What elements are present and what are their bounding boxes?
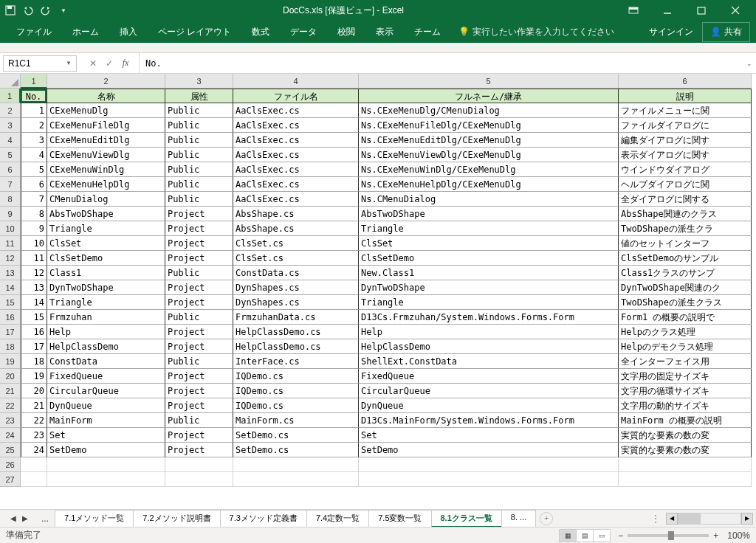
- cell[interactable]: 文字用の固定サイズキ: [619, 369, 752, 384]
- cell[interactable]: [359, 472, 619, 487]
- cell[interactable]: Public: [165, 162, 233, 177]
- header-cell[interactable]: No.: [21, 89, 47, 103]
- cell[interactable]: Project: [165, 251, 233, 266]
- cell[interactable]: Public: [165, 310, 233, 325]
- scroll-right-icon[interactable]: ▶: [741, 513, 753, 525]
- cell[interactable]: CExeMenuFileDlg: [47, 118, 165, 133]
- header-cell[interactable]: 名称: [47, 89, 165, 103]
- cell[interactable]: AbsShape.cs: [233, 207, 359, 221]
- cell[interactable]: DynTwoDShape: [359, 280, 619, 295]
- row-header[interactable]: 21: [0, 384, 21, 398]
- tab-file[interactable]: ファイル: [6, 21, 62, 43]
- cell[interactable]: IQDemo.cs: [233, 398, 359, 413]
- cell[interactable]: DynTwoDShape関連のク: [619, 280, 752, 295]
- cell[interactable]: MainForm: [47, 413, 165, 428]
- qat-dropdown-icon[interactable]: ▼: [58, 4, 69, 16]
- cell[interactable]: ShellExt.ConstData: [359, 354, 619, 369]
- cell[interactable]: ClsSetDemoのサンプル: [619, 251, 752, 266]
- cell[interactable]: Ns.CExeMenuFileDlg/CExeMenuDlg: [359, 118, 619, 133]
- cell[interactable]: 20: [21, 384, 47, 398]
- cell[interactable]: 23: [21, 428, 47, 443]
- row-header[interactable]: 24: [0, 428, 21, 443]
- cell[interactable]: 15: [21, 310, 47, 325]
- cell[interactable]: 文字用の動的サイズキ: [619, 398, 752, 413]
- cell[interactable]: Public: [165, 266, 233, 280]
- sheet-tab[interactable]: 8.1クラス一覧: [431, 510, 502, 528]
- row-header[interactable]: 17: [0, 325, 21, 339]
- cell[interactable]: ClsSet.cs: [233, 251, 359, 266]
- formula-input[interactable]: No.: [140, 56, 743, 71]
- tab-split-handle[interactable]: ⋮: [648, 513, 663, 524]
- cell[interactable]: Ns.CExeMenuHelpDlg/CExeMenuDlg: [359, 177, 619, 192]
- cell[interactable]: SetDemo.cs: [233, 428, 359, 443]
- cell[interactable]: DynShapes.cs: [233, 280, 359, 295]
- cell[interactable]: ClsSetDemo: [359, 251, 619, 266]
- row-header[interactable]: 27: [0, 472, 21, 487]
- sheet-tab[interactable]: 7.2メソッド説明書: [133, 510, 220, 528]
- cell[interactable]: Project: [165, 428, 233, 443]
- cell[interactable]: DynQueue: [47, 398, 165, 413]
- cell[interactable]: MainForm の概要の説明: [619, 413, 752, 428]
- cell[interactable]: 表示ダイアログに関す: [619, 148, 752, 162]
- cell[interactable]: ConstData: [47, 354, 165, 369]
- tab-nav-next-icon[interactable]: ▶: [19, 514, 31, 522]
- row-header[interactable]: 19: [0, 354, 21, 369]
- col-header[interactable]: 1: [21, 74, 47, 89]
- cell[interactable]: Public: [165, 103, 233, 118]
- row-header[interactable]: 12: [0, 251, 21, 266]
- row-header[interactable]: 18: [0, 339, 21, 354]
- cell[interactable]: HelpClassDemo.cs: [233, 325, 359, 339]
- cancel-icon[interactable]: ✕: [86, 56, 100, 71]
- cell[interactable]: Helpのデモクラス処理: [619, 339, 752, 354]
- cell[interactable]: Ns.CExeMenuWinDlg/CExeMenuDlg: [359, 162, 619, 177]
- tab-insert[interactable]: 挿入: [109, 21, 148, 43]
- cell[interactable]: 11: [21, 251, 47, 266]
- cell[interactable]: [21, 472, 47, 487]
- cell[interactable]: SetDemo: [359, 443, 619, 457]
- cell[interactable]: 13: [21, 280, 47, 295]
- row-header[interactable]: 2: [0, 103, 21, 118]
- row-header[interactable]: 4: [0, 133, 21, 148]
- fx-icon[interactable]: fx: [118, 56, 133, 71]
- cell[interactable]: Project: [165, 236, 233, 251]
- tab-review[interactable]: 校閲: [327, 21, 365, 43]
- row-header[interactable]: 1: [0, 89, 21, 103]
- col-header[interactable]: 4: [233, 74, 359, 89]
- tab-team[interactable]: チーム: [404, 21, 451, 43]
- cell[interactable]: [233, 472, 359, 487]
- maximize-icon[interactable]: [685, 0, 718, 21]
- sheet-tab[interactable]: 7.1メソッド一覧: [55, 510, 134, 528]
- scroll-thumb[interactable]: [678, 513, 701, 524]
- row-header[interactable]: 15: [0, 295, 21, 310]
- cell[interactable]: Form1 の概要の説明で: [619, 310, 752, 325]
- cell[interactable]: 全ダイアログに関する: [619, 192, 752, 207]
- cell[interactable]: 2: [21, 118, 47, 133]
- cell[interactable]: CExeMenuViewDlg: [47, 148, 165, 162]
- row-header[interactable]: 6: [0, 162, 21, 177]
- zoom-out-icon[interactable]: −: [618, 530, 623, 541]
- cell[interactable]: SetDemo.cs: [233, 443, 359, 457]
- row-header[interactable]: 8: [0, 192, 21, 207]
- cell[interactable]: 文字用の循環サイズキ: [619, 384, 752, 398]
- select-all-corner[interactable]: [0, 74, 21, 89]
- cell[interactable]: ヘルプダイアログに関: [619, 177, 752, 192]
- tab-data[interactable]: データ: [280, 21, 327, 43]
- cell[interactable]: Ns.CExeMenuViewDlg/CExeMenuDlg: [359, 148, 619, 162]
- row-header[interactable]: 3: [0, 118, 21, 133]
- cell[interactable]: 全インターフェイス用: [619, 354, 752, 369]
- cell[interactable]: FixedQueue: [359, 369, 619, 384]
- cell[interactable]: Public: [165, 118, 233, 133]
- tab-overflow-left[interactable]: ...: [35, 513, 55, 524]
- expand-formula-icon[interactable]: ⌄: [743, 60, 756, 67]
- cell[interactable]: Project: [165, 207, 233, 221]
- tell-me-search[interactable]: 💡 実行したい作業を入力してください: [451, 21, 622, 43]
- cell[interactable]: [619, 457, 752, 472]
- save-icon[interactable]: [4, 4, 16, 16]
- cell[interactable]: Project: [165, 443, 233, 457]
- cell[interactable]: AaClsExec.cs: [233, 103, 359, 118]
- cell[interactable]: 21: [21, 398, 47, 413]
- cell[interactable]: [165, 457, 233, 472]
- zoom-control[interactable]: − + 100%: [618, 530, 750, 541]
- row-header[interactable]: 25: [0, 443, 21, 457]
- cell[interactable]: ウインドウダイアログ: [619, 162, 752, 177]
